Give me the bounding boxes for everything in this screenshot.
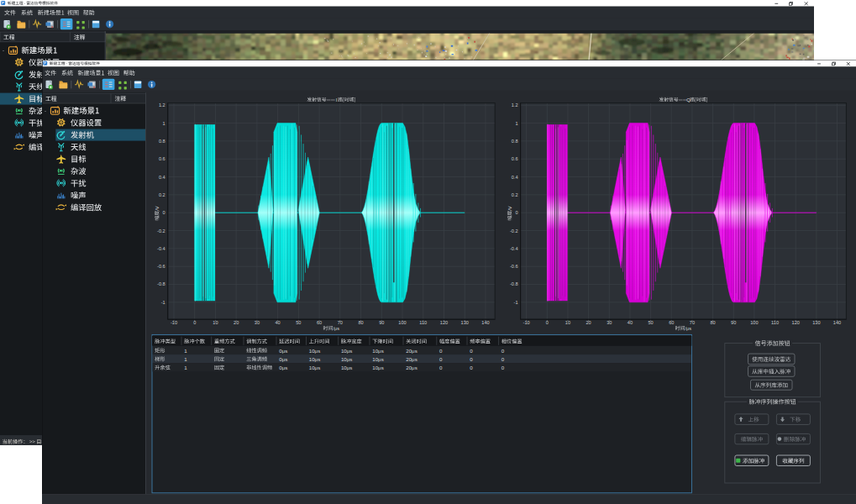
svg-text:1.2: 1.2 (512, 102, 518, 108)
svg-text:-10: -10 (171, 320, 177, 325)
svg-text:10μs: 10μs (309, 365, 321, 370)
svg-text:0: 0 (502, 348, 505, 354)
svg-text:20: 20 (234, 320, 239, 325)
svg-text:80: 80 (358, 320, 363, 325)
svg-text:1: 1 (163, 121, 165, 126)
svg-text:50: 50 (296, 320, 301, 325)
svg-text:0: 0 (439, 365, 443, 370)
svg-text:80: 80 (710, 320, 715, 325)
svg-text:1.2: 1.2 (159, 102, 165, 108)
svg-text:20: 20 (586, 320, 591, 325)
svg-text:110: 110 (419, 320, 427, 325)
svg-text:0: 0 (470, 365, 473, 370)
svg-text:0μs: 0μs (279, 348, 287, 354)
svg-text:10μs: 10μs (372, 356, 384, 362)
svg-text:0.8: 0.8 (159, 139, 165, 144)
svg-text:110: 110 (771, 320, 779, 325)
svg-text:20μs: 20μs (406, 356, 417, 362)
svg-text:0.4: 0.4 (512, 175, 518, 180)
svg-text:1: 1 (515, 121, 517, 126)
svg-text:-0.6: -0.6 (510, 264, 518, 269)
svg-text:0: 0 (439, 356, 443, 362)
svg-text:1: 1 (184, 365, 187, 370)
svg-text:0: 0 (515, 210, 517, 215)
svg-text:0μs: 0μs (279, 365, 287, 370)
svg-text:0μs: 0μs (279, 356, 287, 362)
svg-text:60: 60 (317, 320, 322, 325)
svg-text:0.6: 0.6 (159, 156, 165, 161)
svg-text:120: 120 (440, 320, 448, 325)
svg-text:20μs: 20μs (406, 365, 417, 370)
svg-text:-1: -1 (514, 300, 518, 305)
svg-text:10μs: 10μs (372, 365, 384, 370)
svg-text:/μs: /μs (333, 326, 339, 331)
svg-text:40: 40 (628, 320, 633, 325)
svg-text:30: 30 (607, 320, 612, 325)
svg-text:0.4: 0.4 (159, 175, 165, 180)
svg-text:0: 0 (193, 320, 196, 325)
svg-text:0: 0 (439, 348, 443, 354)
svg-text:10: 10 (213, 320, 218, 325)
svg-text:10μs: 10μs (341, 348, 353, 354)
svg-text:70: 70 (338, 320, 343, 325)
svg-text:90: 90 (379, 320, 384, 325)
svg-text:0: 0 (546, 320, 549, 325)
svg-text:0: 0 (502, 365, 505, 370)
svg-text:20μs: 20μs (406, 348, 417, 354)
svg-text:1: 1 (184, 356, 187, 362)
svg-text:10μs: 10μs (309, 356, 321, 362)
svg-text:/V: /V (155, 206, 160, 211)
svg-text:130: 130 (461, 320, 469, 325)
svg-text:1: 1 (184, 348, 187, 354)
svg-text:60: 60 (669, 320, 674, 325)
svg-text:0: 0 (502, 356, 505, 362)
svg-text:10μs: 10μs (309, 348, 321, 354)
svg-text:-0.8: -0.8 (510, 281, 518, 286)
svg-text:70: 70 (690, 320, 695, 325)
svg-text:0: 0 (163, 210, 165, 215)
svg-text:120: 120 (792, 320, 800, 325)
svg-text:10: 10 (565, 320, 570, 325)
svg-text:10μs: 10μs (372, 348, 384, 354)
svg-text:/V: /V (507, 206, 512, 211)
svg-text:130: 130 (812, 320, 820, 325)
svg-text:-1: -1 (161, 300, 165, 305)
svg-text:100: 100 (750, 320, 758, 325)
svg-text:40: 40 (276, 320, 281, 325)
svg-text:-10: -10 (523, 320, 530, 325)
svg-text:140: 140 (833, 320, 841, 325)
svg-text:/μs: /μs (685, 326, 692, 331)
svg-text:0: 0 (470, 356, 473, 362)
svg-text:-0.2: -0.2 (510, 228, 518, 234)
svg-text:-0.4: -0.4 (157, 246, 165, 251)
svg-text:50: 50 (648, 320, 653, 325)
svg-text:0.8: 0.8 (512, 139, 518, 144)
svg-text:0.2: 0.2 (512, 192, 518, 197)
svg-text:-0.4: -0.4 (510, 246, 518, 251)
svg-text:0.2: 0.2 (159, 192, 165, 197)
svg-text:-0.2: -0.2 (157, 228, 165, 234)
svg-text:90: 90 (731, 320, 736, 325)
svg-text:-0.8: -0.8 (157, 281, 165, 286)
svg-text:30: 30 (255, 320, 260, 325)
svg-text:100: 100 (398, 320, 406, 325)
svg-text:0.6: 0.6 (512, 156, 518, 161)
svg-text:0: 0 (470, 348, 473, 354)
svg-text:140: 140 (481, 320, 489, 325)
svg-text:-0.6: -0.6 (157, 264, 165, 269)
svg-text:10μs: 10μs (341, 356, 353, 362)
svg-text:10μs: 10μs (341, 365, 353, 370)
